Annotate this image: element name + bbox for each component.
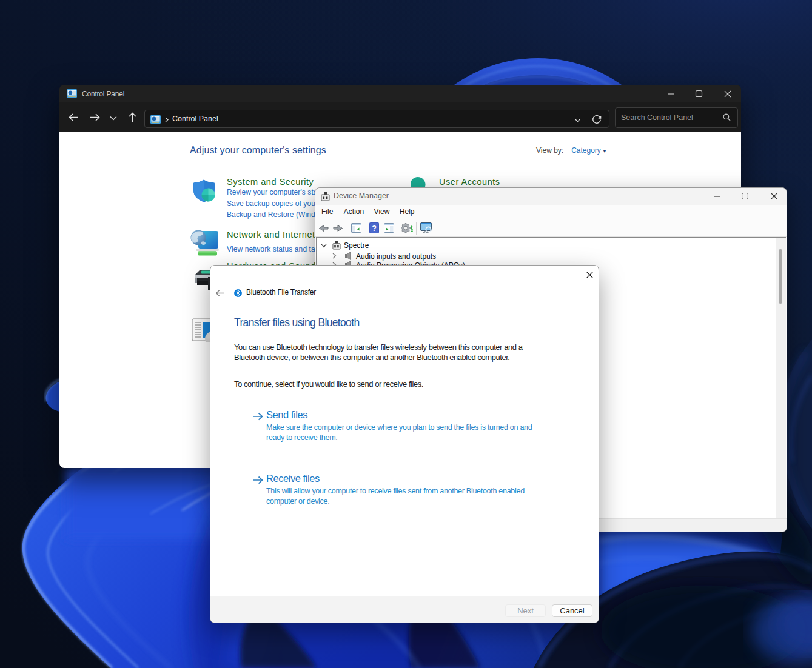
svg-text:?: ? xyxy=(372,224,377,233)
